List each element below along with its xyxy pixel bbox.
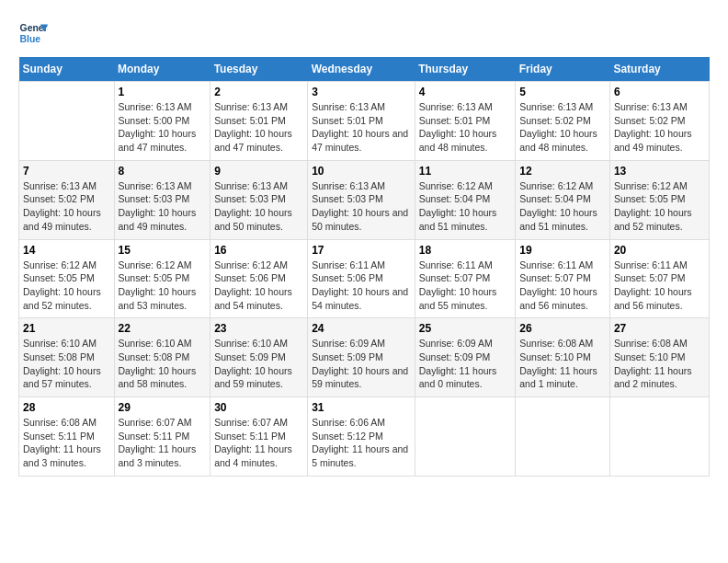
calendar-table: SundayMondayTuesdayWednesdayThursdayFrid… xyxy=(18,57,710,477)
daylight-label: Daylight: 10 hours and 54 minutes. xyxy=(312,286,408,311)
calendar-cell: 25 Sunrise: 6:09 AM Sunset: 5:09 PM Dayl… xyxy=(415,318,516,397)
day-info: Sunrise: 6:13 AM Sunset: 5:02 PM Dayligh… xyxy=(23,179,110,234)
calendar-cell: 31 Sunrise: 6:06 AM Sunset: 5:12 PM Dayl… xyxy=(308,397,415,477)
daylight-label: Daylight: 10 hours and 57 minutes. xyxy=(23,365,101,390)
sunrise-label: Sunrise: 6:11 AM xyxy=(419,259,493,270)
sunset-label: Sunset: 5:05 PM xyxy=(119,272,190,283)
sunrise-label: Sunrise: 6:10 AM xyxy=(119,338,192,349)
day-number: 18 xyxy=(419,244,512,257)
sunset-label: Sunset: 5:08 PM xyxy=(119,351,190,362)
sunset-label: Sunset: 5:06 PM xyxy=(312,272,383,283)
day-info: Sunrise: 6:13 AM Sunset: 5:01 PM Dayligh… xyxy=(312,100,411,155)
sunset-label: Sunset: 5:05 PM xyxy=(614,193,686,204)
sunrise-label: Sunrise: 6:09 AM xyxy=(419,338,493,349)
calendar-cell: 18 Sunrise: 6:11 AM Sunset: 5:07 PM Dayl… xyxy=(415,239,516,318)
day-info: Sunrise: 6:10 AM Sunset: 5:08 PM Dayligh… xyxy=(119,337,207,391)
sunset-label: Sunset: 5:11 PM xyxy=(119,431,190,442)
day-info: Sunrise: 6:11 AM Sunset: 5:07 PM Dayligh… xyxy=(419,259,512,313)
day-info: Sunrise: 6:13 AM Sunset: 5:01 PM Dayligh… xyxy=(419,100,512,155)
day-info: Sunrise: 6:10 AM Sunset: 5:08 PM Dayligh… xyxy=(23,337,110,391)
calendar-week-row: 21 Sunrise: 6:10 AM Sunset: 5:08 PM Dayl… xyxy=(19,318,710,397)
day-number: 9 xyxy=(214,165,303,178)
day-info: Sunrise: 6:13 AM Sunset: 5:00 PM Dayligh… xyxy=(119,100,207,155)
daylight-label: Daylight: 11 hours and 3 minutes. xyxy=(119,443,197,468)
calendar-cell: 15 Sunrise: 6:12 AM Sunset: 5:05 PM Dayl… xyxy=(114,239,210,318)
sunset-label: Sunset: 5:05 PM xyxy=(23,272,95,283)
calendar-cell: 14 Sunrise: 6:12 AM Sunset: 5:05 PM Dayl… xyxy=(19,239,115,318)
calendar-cell: 9 Sunrise: 6:13 AM Sunset: 5:03 PM Dayli… xyxy=(210,160,308,239)
sunset-label: Sunset: 5:10 PM xyxy=(614,351,686,362)
day-number: 12 xyxy=(519,165,606,178)
sunset-label: Sunset: 5:01 PM xyxy=(214,115,286,126)
weekday-header: Friday xyxy=(516,57,610,82)
day-info: Sunrise: 6:13 AM Sunset: 5:03 PM Dayligh… xyxy=(214,179,303,234)
daylight-label: Daylight: 11 hours and 3 minutes. xyxy=(23,443,101,468)
day-number: 3 xyxy=(312,86,411,98)
calendar-cell xyxy=(609,397,709,477)
daylight-label: Daylight: 11 hours and 2 minutes. xyxy=(614,365,692,390)
daylight-label: Daylight: 10 hours and 55 minutes. xyxy=(419,286,497,311)
sunrise-label: Sunrise: 6:13 AM xyxy=(614,101,688,112)
day-number: 26 xyxy=(519,322,606,335)
sunrise-label: Sunrise: 6:12 AM xyxy=(419,180,493,191)
calendar-cell: 28 Sunrise: 6:08 AM Sunset: 5:11 PM Dayl… xyxy=(19,397,115,477)
sunset-label: Sunset: 5:02 PM xyxy=(614,115,686,126)
calendar-cell: 30 Sunrise: 6:07 AM Sunset: 5:11 PM Dayl… xyxy=(210,397,308,477)
calendar-cell: 16 Sunrise: 6:12 AM Sunset: 5:06 PM Dayl… xyxy=(210,239,308,318)
daylight-label: Daylight: 10 hours and 49 minutes. xyxy=(23,207,101,232)
calendar-week-row: 28 Sunrise: 6:08 AM Sunset: 5:11 PM Dayl… xyxy=(19,397,710,477)
sunset-label: Sunset: 5:06 PM xyxy=(214,272,286,283)
calendar-cell: 4 Sunrise: 6:13 AM Sunset: 5:01 PM Dayli… xyxy=(415,82,516,161)
calendar-cell: 19 Sunrise: 6:11 AM Sunset: 5:07 PM Dayl… xyxy=(516,239,610,318)
day-info: Sunrise: 6:09 AM Sunset: 5:09 PM Dayligh… xyxy=(312,337,411,391)
sunrise-label: Sunrise: 6:12 AM xyxy=(23,259,97,270)
page-header: General Blue xyxy=(18,18,710,48)
daylight-label: Daylight: 10 hours and 47 minutes. xyxy=(312,128,408,153)
daylight-label: Daylight: 11 hours and 5 minutes. xyxy=(312,443,408,468)
sunrise-label: Sunrise: 6:12 AM xyxy=(519,180,593,191)
day-info: Sunrise: 6:11 AM Sunset: 5:07 PM Dayligh… xyxy=(614,259,705,313)
day-info: Sunrise: 6:08 AM Sunset: 5:10 PM Dayligh… xyxy=(614,337,705,391)
calendar-cell: 11 Sunrise: 6:12 AM Sunset: 5:04 PM Dayl… xyxy=(415,160,516,239)
logo-icon: General Blue xyxy=(18,18,48,48)
sunset-label: Sunset: 5:03 PM xyxy=(119,193,190,204)
calendar-cell: 2 Sunrise: 6:13 AM Sunset: 5:01 PM Dayli… xyxy=(210,82,308,161)
daylight-label: Daylight: 10 hours and 59 minutes. xyxy=(214,365,292,390)
day-number: 31 xyxy=(312,401,411,414)
daylight-label: Daylight: 10 hours and 47 minutes. xyxy=(214,128,292,153)
daylight-label: Daylight: 10 hours and 56 minutes. xyxy=(614,286,692,311)
day-number: 23 xyxy=(214,322,303,335)
day-number: 27 xyxy=(614,322,705,335)
sunset-label: Sunset: 5:09 PM xyxy=(214,351,286,362)
day-number: 2 xyxy=(214,86,303,98)
daylight-label: Daylight: 11 hours and 4 minutes. xyxy=(214,443,292,468)
daylight-label: Daylight: 10 hours and 48 minutes. xyxy=(419,128,497,153)
calendar-cell: 3 Sunrise: 6:13 AM Sunset: 5:01 PM Dayli… xyxy=(308,82,415,161)
weekday-header: Tuesday xyxy=(210,57,308,82)
sunrise-label: Sunrise: 6:13 AM xyxy=(312,101,385,112)
sunset-label: Sunset: 5:09 PM xyxy=(312,351,383,362)
calendar-cell: 29 Sunrise: 6:07 AM Sunset: 5:11 PM Dayl… xyxy=(114,397,210,477)
weekday-header: Monday xyxy=(114,57,210,82)
daylight-label: Daylight: 10 hours and 51 minutes. xyxy=(419,207,497,232)
day-info: Sunrise: 6:07 AM Sunset: 5:11 PM Dayligh… xyxy=(214,416,303,470)
sunset-label: Sunset: 5:02 PM xyxy=(519,115,591,126)
day-info: Sunrise: 6:13 AM Sunset: 5:02 PM Dayligh… xyxy=(614,100,705,155)
day-number: 30 xyxy=(214,401,303,414)
day-info: Sunrise: 6:09 AM Sunset: 5:09 PM Dayligh… xyxy=(419,337,512,391)
day-number: 20 xyxy=(614,244,705,257)
weekday-header: Sunday xyxy=(19,57,115,82)
calendar-cell: 27 Sunrise: 6:08 AM Sunset: 5:10 PM Dayl… xyxy=(609,318,709,397)
sunset-label: Sunset: 5:03 PM xyxy=(214,193,286,204)
sunrise-label: Sunrise: 6:12 AM xyxy=(119,259,192,270)
day-number: 29 xyxy=(119,401,207,414)
sunrise-label: Sunrise: 6:11 AM xyxy=(312,259,385,270)
day-info: Sunrise: 6:10 AM Sunset: 5:09 PM Dayligh… xyxy=(214,337,303,391)
day-number: 15 xyxy=(119,244,207,257)
day-number: 6 xyxy=(614,86,705,98)
daylight-label: Daylight: 11 hours and 1 minute. xyxy=(519,365,597,390)
day-info: Sunrise: 6:08 AM Sunset: 5:11 PM Dayligh… xyxy=(23,416,110,470)
sunrise-label: Sunrise: 6:13 AM xyxy=(419,101,493,112)
sunset-label: Sunset: 5:10 PM xyxy=(519,351,591,362)
sunrise-label: Sunrise: 6:06 AM xyxy=(312,417,385,428)
